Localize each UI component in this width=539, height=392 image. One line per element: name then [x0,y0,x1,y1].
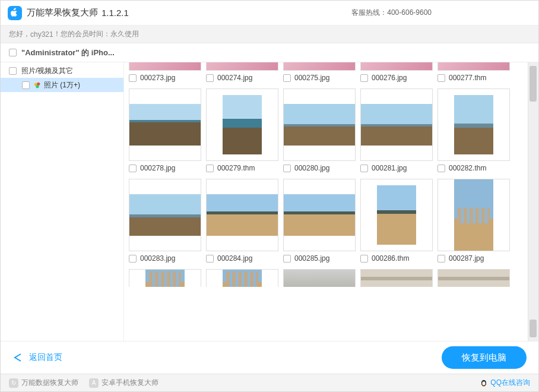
thumbnail-checkbox[interactable] [283,165,291,172]
svg-point-6 [483,381,483,382]
thumbnail-filename: 000280.jpg [294,164,329,172]
thumbnail[interactable] [360,269,433,287]
svg-rect-0 [494,10,500,16]
thumbnail[interactable]: 000286.thm [360,179,433,265]
thumbnail-image[interactable] [437,179,510,251]
thumbnail-image[interactable] [129,179,201,251]
device-checkbox[interactable] [9,49,17,56]
thumbnail[interactable]: 000274.jpg [206,62,278,85]
thumbnail[interactable] [437,269,510,287]
thumbnail[interactable] [283,269,356,287]
thumbnail-filename: 000283.jpg [140,254,175,263]
thumbnail-filename: 000284.jpg [217,254,252,263]
thumbnail-image[interactable] [206,88,278,161]
thumbnail-filename: 000286.thm [372,254,409,263]
thumbnail[interactable]: 000280.jpg [283,88,356,175]
thumbnail-label-row: 000283.jpg [129,251,201,265]
thumbnail-filename: 000287.jpg [449,254,484,263]
device-label: "Administrator" 的 iPho... [21,48,115,58]
sidebar-category-media[interactable]: 照片/视频及其它 [1,64,123,78]
app-title: 万能苹果恢复大师 [27,7,98,18]
qq-support-link[interactable]: QQ在线咨询 [480,378,530,388]
thumbnail-image[interactable] [283,62,356,71]
thumbnail-checkbox[interactable] [360,255,368,263]
maximize-button[interactable] [486,1,509,26]
thumbnail-image[interactable] [206,179,278,251]
thumbnail-image[interactable] [360,88,433,161]
thumbnail[interactable]: 000282.thm [437,88,510,175]
thumbnail[interactable]: 000284.jpg [206,179,278,265]
thumbnail-checkbox[interactable] [206,255,214,263]
photo-icon [33,81,42,89]
scrollbar-thumb-secondary[interactable] [530,320,537,337]
thumbnail[interactable] [129,269,201,287]
thumbnail-image[interactable] [129,269,201,287]
thumbnail-label-row: 000279.thm [206,161,278,175]
thumbnail-image[interactable] [283,179,356,251]
category-checkbox[interactable] [9,67,17,75]
thumbnail-filename: 000282.thm [449,164,486,172]
thumbnail-image[interactable] [437,88,510,161]
thumbnail[interactable]: 000287.jpg [437,179,510,265]
thumbnail-checkbox[interactable] [129,74,137,82]
photos-checkbox[interactable] [22,81,30,89]
thumbnail-label-row: 000280.jpg [283,161,356,175]
thumbnail[interactable]: 000281.jpg [360,88,433,175]
thumbnail-image[interactable] [437,62,510,71]
thumbnail-label-row: 000277.thm [437,71,510,85]
scrollbar[interactable] [528,62,538,341]
thumbnail-checkbox[interactable] [437,255,445,263]
thumbnail-checkbox[interactable] [437,74,445,82]
thumbnail-label-row: 000276.jpg [360,71,433,85]
thumbnail-checkbox[interactable] [360,74,368,82]
thumbnail[interactable]: 000275.jpg [283,62,356,85]
back-home-link[interactable]: 返回首页 [12,352,62,363]
device-row[interactable]: "Administrator" 的 iPho... [1,43,538,62]
thumbnail-image[interactable] [129,88,201,161]
android-icon: A [89,378,99,388]
sidebar: 照片/视频及其它 照片 (1万+) [1,62,124,341]
thumbnail-filename: 000277.thm [449,74,486,82]
thumbnail-label-row: 000287.jpg [437,251,510,265]
thumbnail-checkbox[interactable] [283,74,291,82]
thumbnail-image[interactable] [129,62,201,71]
thumbnail-label-row: 000275.jpg [283,71,356,85]
thumbnail-checkbox[interactable] [206,165,214,172]
thumbnail[interactable]: 000273.jpg [129,62,201,85]
minimize-button[interactable] [464,1,486,26]
thumbnail-filename: 000281.jpg [372,164,407,172]
thumbnail-label-row: 000273.jpg [129,71,201,85]
scrollbar-thumb[interactable] [530,66,537,102]
strip-link-android-recovery[interactable]: A 安卓手机恢复大师 [89,378,158,388]
thumbnail[interactable]: 000278.jpg [129,88,201,175]
menu-button[interactable] [441,1,464,26]
thumbnail-image[interactable] [360,62,433,71]
thumbnail-checkbox[interactable] [129,255,137,263]
thumbnail-image[interactable] [437,269,510,287]
thumbnail[interactable]: 000276.jpg [360,62,433,85]
thumbnail[interactable]: 000279.thm [206,88,278,175]
qq-icon [480,378,488,388]
thumbnail-filename: 000278.jpg [140,164,175,172]
sidebar-item-photos[interactable]: 照片 (1万+) [1,78,123,92]
thumbnail-image[interactable] [360,269,433,287]
thumbnail-image[interactable] [206,62,278,71]
thumbnail-image[interactable] [360,179,433,251]
footer: 返回首页 恢复到电脑 [1,342,538,374]
thumbnail[interactable]: 000285.jpg [283,179,356,265]
thumbnail[interactable]: 000283.jpg [129,179,201,265]
thumbnail-checkbox[interactable] [206,74,214,82]
close-button[interactable] [509,1,531,26]
recover-button[interactable]: 恢复到电脑 [442,346,527,369]
thumbnail[interactable] [206,269,278,287]
thumbnail-image[interactable] [283,269,356,287]
thumbnail-checkbox[interactable] [437,165,445,172]
thumbnail-image[interactable] [206,269,278,287]
thumbnail-checkbox[interactable] [283,255,291,263]
strip-link-data-recovery[interactable]: ↻ 万能数据恢复大师 [9,378,78,388]
thumbnail[interactable]: 000277.thm [437,62,510,85]
hotline: 客服热线：400-606-9600 [351,8,432,18]
thumbnail-checkbox[interactable] [129,165,137,172]
thumbnail-image[interactable] [283,88,356,161]
thumbnail-checkbox[interactable] [360,165,368,172]
